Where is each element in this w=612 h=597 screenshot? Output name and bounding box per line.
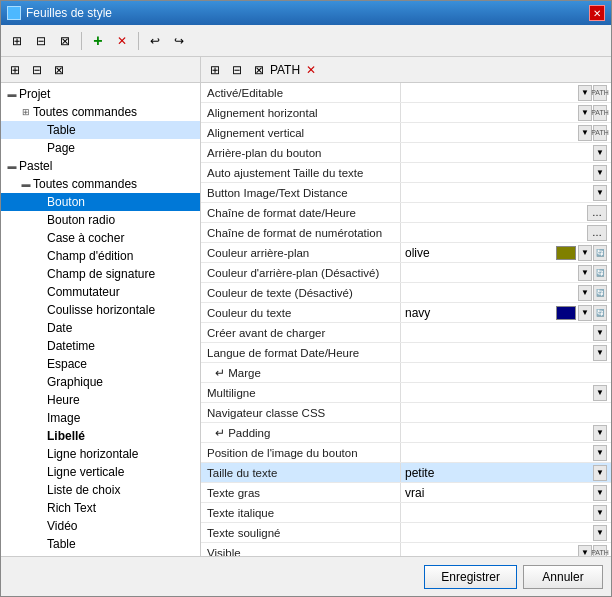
tree-item-ligne-h[interactable]: Ligne horizontale — [1, 445, 200, 463]
prop-dropdown-italic[interactable]: ▼ — [593, 505, 607, 521]
prop-ellipsis-date-format[interactable]: … — [587, 205, 607, 221]
tree-item-date[interactable]: Date — [1, 319, 200, 337]
prop-value-btn-img-dist: ▼ — [401, 183, 611, 202]
right-grid2-btn[interactable]: ⊠ — [249, 60, 269, 80]
prop-name-bg-color-dis: Couleur d'arrière-plan (Désactivé) — [201, 263, 401, 282]
tree-item-video[interactable]: Vidéo — [1, 517, 200, 535]
prop-xpath-bg-color-dis[interactable]: 🔄 — [593, 265, 607, 281]
right-layout-icon: ⊟ — [232, 63, 242, 77]
prop-controls-bg-color-dis: ▼ 🔄 — [578, 265, 607, 281]
prop-value-font-size: petite ▼ — [401, 463, 611, 482]
toolbar-undo-btn[interactable]: ↩ — [144, 30, 166, 52]
tree-item-toutes2[interactable]: ▬ Toutes commandes — [1, 175, 200, 193]
toolbar-add-btn[interactable]: + — [87, 30, 109, 52]
prop-dropdown-auto-size[interactable]: ▼ — [593, 165, 607, 181]
style-tree[interactable]: ▬ Projet ⊞ Toutes commandes Table Page — [1, 83, 200, 556]
tree-item-datetime[interactable]: Datetime — [1, 337, 200, 355]
save-button[interactable]: Enregistrer — [424, 565, 517, 589]
tree-item-ligne-v[interactable]: Ligne verticale — [1, 463, 200, 481]
prop-xpath-text-color-dis[interactable]: 🔄 — [593, 285, 607, 301]
prop-dropdown-lang[interactable]: ▼ — [593, 345, 607, 361]
tree-item-champ-signature[interactable]: Champ de signature — [1, 265, 200, 283]
prop-value-num-format: … — [401, 223, 611, 242]
tree-item-graphique[interactable]: Graphique — [1, 373, 200, 391]
prop-dropdown-underline[interactable]: ▼ — [593, 525, 607, 541]
prop-dropdown-create-before[interactable]: ▼ — [593, 325, 607, 341]
toolbar-redo-btn[interactable]: ↪ — [168, 30, 190, 52]
prop-xpath-align-v[interactable]: PATH — [593, 125, 607, 141]
tree-item-libelle[interactable]: Libellé — [1, 427, 200, 445]
prop-dropdown-text-color[interactable]: ▼ — [578, 305, 592, 321]
tree-item-page[interactable]: Page — [1, 139, 200, 157]
tree-label-ligne-h: Ligne horizontale — [47, 447, 196, 461]
prop-ellipsis-num-format[interactable]: … — [587, 225, 607, 241]
tree-item-espace[interactable]: Espace — [1, 355, 200, 373]
text-color-swatch[interactable] — [556, 306, 576, 320]
tree-item-commutateur[interactable]: Commutateur — [1, 283, 200, 301]
tree-label-pastel: Pastel — [19, 159, 196, 173]
prop-dropdown-text-color-dis[interactable]: ▼ — [578, 285, 592, 301]
prop-dropdown-img-pos[interactable]: ▼ — [593, 445, 607, 461]
prop-dropdown-bg-color-dis[interactable]: ▼ — [578, 265, 592, 281]
prop-dropdown-bg-btn[interactable]: ▼ — [593, 145, 607, 161]
tree-item-coulisse[interactable]: Coulisse horizontale — [1, 301, 200, 319]
prop-dropdown-align-h[interactable]: ▼ — [578, 105, 592, 121]
left-toolbar: ⊞ ⊟ ⊠ — [1, 57, 200, 83]
prop-row-bg-btn: Arrière-plan du bouton ▼ — [201, 143, 611, 163]
right-delete-btn[interactable]: ✕ — [301, 60, 321, 80]
prop-row-align-v: Alignement vertical ▼ PATH — [201, 123, 611, 143]
prop-xpath-bg-color[interactable]: 🔄 — [593, 245, 607, 261]
left-grid2-btn[interactable]: ⊠ — [49, 60, 69, 80]
prop-row-lang: Langue de format Date/Heure ▼ — [201, 343, 611, 363]
tree-item-table[interactable]: Table — [1, 121, 200, 139]
prop-dropdown-bold[interactable]: ▼ — [593, 485, 607, 501]
toolbar-grid-btn[interactable]: ⊞ — [6, 30, 28, 52]
prop-row-marge: ↵ Marge — [201, 363, 611, 383]
tree-item-toutes1[interactable]: ⊞ Toutes commandes — [1, 103, 200, 121]
prop-name-align-v: Alignement vertical — [201, 123, 401, 142]
tree-item-image[interactable]: Image — [1, 409, 200, 427]
toolbar-layout-btn[interactable]: ⊟ — [30, 30, 52, 52]
prop-xpath-active[interactable]: PATH — [593, 85, 607, 101]
prop-dropdown-multiline[interactable]: ▼ — [593, 385, 607, 401]
tree-item-rich-text[interactable]: Rich Text — [1, 499, 200, 517]
bg-color-swatch[interactable] — [556, 246, 576, 260]
tree-item-bouton[interactable]: Bouton — [1, 193, 200, 211]
right-xpath-btn[interactable]: PATH — [271, 60, 299, 80]
tree-item-pastel[interactable]: ▬ Pastel — [1, 157, 200, 175]
prop-value-multiline: ▼ — [401, 383, 611, 402]
toolbar-delete-btn[interactable]: ✕ — [111, 30, 133, 52]
expander-toutes2[interactable]: ▬ — [19, 177, 33, 191]
tree-item-bouton-radio[interactable]: Bouton radio — [1, 211, 200, 229]
prop-xpath-text-color[interactable]: 🔄 — [593, 305, 607, 321]
prop-dropdown-align-v[interactable]: ▼ — [578, 125, 592, 141]
prop-xpath-visible[interactable]: PATH — [593, 545, 607, 557]
tree-item-champ-edition[interactable]: Champ d'édition — [1, 247, 200, 265]
prop-dropdown-font-size[interactable]: ▼ — [593, 465, 607, 481]
prop-dropdown-bg-color[interactable]: ▼ — [578, 245, 592, 261]
prop-dropdown-active[interactable]: ▼ — [578, 85, 592, 101]
prop-dropdown-btn-img-dist[interactable]: ▼ — [593, 185, 607, 201]
prop-xpath-align-h[interactable]: PATH — [593, 105, 607, 121]
right-layout-btn[interactable]: ⊟ — [227, 60, 247, 80]
prop-dropdown-visible[interactable]: ▼ — [578, 545, 592, 557]
expander-projet[interactable]: ▬ — [5, 87, 19, 101]
toolbar-grid2-btn[interactable]: ⊠ — [54, 30, 76, 52]
tree-item-liste-choix[interactable]: Liste de choix — [1, 481, 200, 499]
prop-value-css-class — [401, 403, 611, 422]
expander-pastel[interactable]: ▬ — [5, 159, 19, 173]
tree-item-case-cocher[interactable]: Case à cocher — [1, 229, 200, 247]
title-bar: Feuilles de style ✕ — [1, 1, 611, 25]
cancel-button[interactable]: Annuler — [523, 565, 603, 589]
toolbar-layout-icon: ⊟ — [36, 34, 46, 48]
left-grid-btn[interactable]: ⊞ — [5, 60, 25, 80]
tree-item-table2[interactable]: Table — [1, 535, 200, 553]
expander-toutes1[interactable]: ⊞ — [19, 105, 33, 119]
left-layout-btn[interactable]: ⊟ — [27, 60, 47, 80]
tree-item-projet[interactable]: ▬ Projet — [1, 85, 200, 103]
prop-dropdown-padding[interactable]: ▼ — [593, 425, 607, 441]
prop-value-auto-size: ▼ — [401, 163, 611, 182]
right-grid-btn[interactable]: ⊞ — [205, 60, 225, 80]
tree-item-heure[interactable]: Heure — [1, 391, 200, 409]
close-button[interactable]: ✕ — [589, 5, 605, 21]
